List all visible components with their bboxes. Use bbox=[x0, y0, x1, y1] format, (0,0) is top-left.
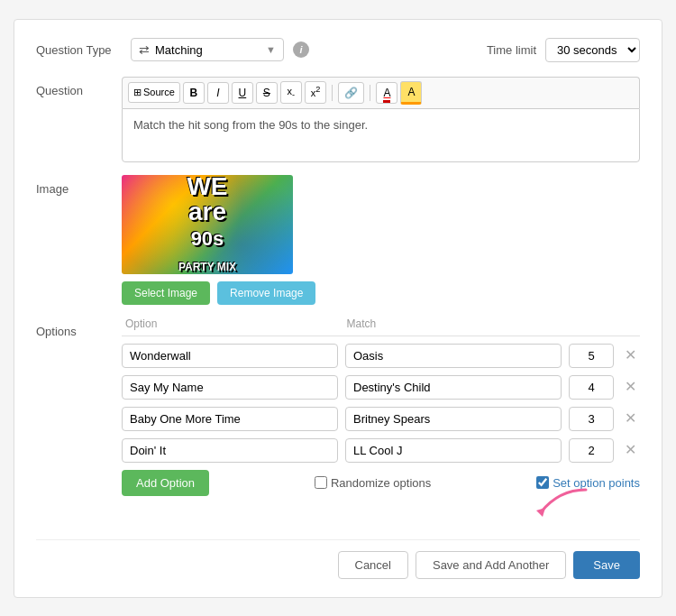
options-footer: Add Option Randomize options Set option … bbox=[122, 470, 640, 496]
randomize-options-checkbox[interactable] bbox=[315, 476, 327, 489]
question-type-label: Question Type bbox=[36, 43, 122, 57]
option-row: ✕ bbox=[122, 438, 640, 463]
match-input-2[interactable] bbox=[345, 375, 562, 400]
points-input-1[interactable] bbox=[569, 344, 614, 368]
save-button[interactable]: Save bbox=[573, 551, 640, 579]
delete-row-3-button[interactable]: ✕ bbox=[621, 411, 640, 426]
time-limit-label: Time limit bbox=[487, 43, 536, 57]
question-label: Question bbox=[36, 77, 122, 162]
points-input-3[interactable] bbox=[569, 407, 614, 431]
remove-image-button[interactable]: Remove Image bbox=[217, 281, 315, 305]
question-section: Question ⊞ Source B I U S x- x2 🔗 A A bbox=[36, 77, 640, 162]
bg-color-button[interactable]: A bbox=[400, 81, 422, 105]
options-content: Option Match ✕ ✕ bbox=[122, 317, 640, 525]
option-input-3[interactable] bbox=[122, 407, 338, 431]
option-row: ✕ bbox=[122, 375, 640, 400]
save-and-add-button[interactable]: Save and Add Another bbox=[416, 551, 566, 579]
match-input-3[interactable] bbox=[345, 407, 562, 431]
image-buttons: Select Image Remove Image bbox=[122, 281, 640, 305]
set-option-points-text: Set option points bbox=[553, 476, 640, 490]
pts-col-header bbox=[568, 317, 613, 330]
match-input-4[interactable] bbox=[345, 438, 562, 463]
source-button[interactable]: ⊞ Source bbox=[128, 82, 180, 103]
add-option-button[interactable]: Add Option bbox=[122, 470, 209, 496]
option-input-1[interactable] bbox=[122, 344, 338, 368]
del-col-header bbox=[620, 317, 640, 330]
options-section: Options Option Match ✕ ✕ bbox=[36, 317, 640, 525]
points-input-4[interactable] bbox=[569, 438, 614, 463]
question-type-select[interactable]: ⇄ Matching Multiple Choice True/False ▼ bbox=[131, 38, 284, 61]
subscript-button[interactable]: x- bbox=[280, 81, 302, 105]
image-section: Image WEare90sPARTY MIX Select Image Rem… bbox=[36, 175, 640, 305]
cancel-button[interactable]: Cancel bbox=[338, 551, 408, 579]
image-preview: WEare90sPARTY MIX bbox=[122, 175, 293, 274]
link-button[interactable]: 🔗 bbox=[338, 82, 364, 104]
option-input-4[interactable] bbox=[122, 438, 338, 463]
delete-row-1-button[interactable]: ✕ bbox=[621, 348, 640, 363]
time-limit-select[interactable]: 15 seconds 30 seconds 45 seconds 1 minut… bbox=[545, 38, 640, 62]
delete-row-4-button[interactable]: ✕ bbox=[621, 443, 640, 457]
image-label: Image bbox=[36, 175, 122, 305]
select-image-button[interactable]: Select Image bbox=[122, 281, 210, 305]
image-container: WEare90sPARTY MIX bbox=[122, 175, 640, 274]
top-row: Question Type ⇄ Matching Multiple Choice… bbox=[36, 38, 640, 62]
set-option-points-label[interactable]: Set option points bbox=[536, 476, 640, 490]
options-header: Option Match bbox=[122, 317, 640, 336]
question-type-dropdown[interactable]: Matching Multiple Choice True/False bbox=[155, 43, 260, 57]
dropdown-arrow-icon: ▼ bbox=[266, 44, 276, 55]
info-icon: i bbox=[293, 41, 309, 58]
font-color-button[interactable]: A bbox=[376, 82, 397, 104]
image-content: WEare90sPARTY MIX Select Image Remove Im… bbox=[122, 175, 640, 305]
rte-toolbar: ⊞ Source B I U S x- x2 🔗 A A bbox=[122, 77, 640, 108]
underline-button[interactable]: U bbox=[232, 82, 253, 104]
strikethrough-button[interactable]: S bbox=[256, 82, 278, 104]
question-editor-card: Question Type ⇄ Matching Multiple Choice… bbox=[14, 19, 662, 598]
match-col-header: Match bbox=[347, 317, 562, 330]
match-input-1[interactable] bbox=[345, 344, 562, 368]
option-row: ✕ bbox=[122, 344, 640, 368]
svg-marker-0 bbox=[536, 508, 545, 517]
set-option-points-checkbox[interactable] bbox=[536, 476, 549, 489]
bold-button[interactable]: B bbox=[183, 82, 205, 104]
randomize-options-label[interactable]: Randomize options bbox=[315, 476, 431, 490]
randomize-options-text: Randomize options bbox=[331, 476, 431, 490]
points-input-2[interactable] bbox=[569, 375, 614, 400]
options-label: Options bbox=[36, 317, 122, 525]
action-row: Cancel Save and Add Another Save bbox=[36, 539, 640, 579]
annotation-area bbox=[122, 498, 640, 525]
shuffle-icon: ⇄ bbox=[139, 42, 150, 57]
option-col-header: Option bbox=[122, 317, 340, 330]
option-input-2[interactable] bbox=[122, 375, 338, 400]
superscript-button[interactable]: x2 bbox=[305, 81, 327, 103]
source-icon: ⊞ bbox=[133, 85, 142, 100]
image-text: WEare90sPARTY MIX bbox=[178, 175, 236, 274]
toolbar-divider-2 bbox=[370, 85, 370, 101]
toolbar-divider bbox=[332, 85, 333, 101]
question-text-area[interactable]: Match the hit song from the 90s to the s… bbox=[122, 108, 640, 162]
option-row: ✕ bbox=[122, 407, 640, 431]
delete-row-2-button[interactable]: ✕ bbox=[621, 380, 640, 394]
italic-button[interactable]: I bbox=[207, 82, 229, 104]
question-editor: ⊞ Source B I U S x- x2 🔗 A A Match the h… bbox=[122, 77, 640, 162]
